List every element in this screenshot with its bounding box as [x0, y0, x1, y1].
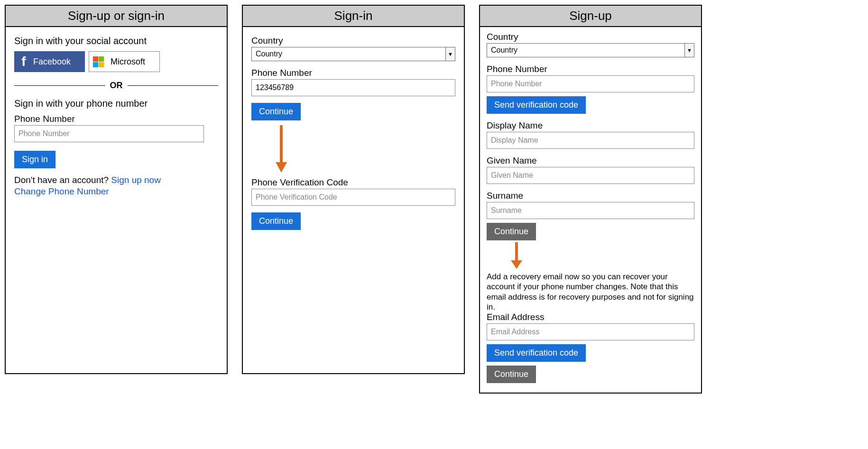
surname-label: Surname [487, 191, 694, 201]
given-name-input[interactable] [487, 167, 694, 184]
social-buttons-row: f Facebook Microsoft [14, 51, 218, 72]
separator-line [128, 85, 219, 86]
chevron-down-icon: ▼ [684, 44, 694, 57]
email-label: Email Address [487, 312, 694, 322]
phone-label: Phone Number [251, 68, 455, 78]
microsoft-icon [93, 56, 104, 67]
phone-input[interactable] [14, 125, 204, 142]
panel-signup-signin: Sign-up or sign-in Sign in with your soc… [5, 5, 228, 374]
phone-input[interactable] [487, 75, 694, 92]
panel-signin: Sign-in Country Country ▼ Phone Number C… [242, 5, 465, 374]
country-select[interactable]: Country ▼ [251, 47, 455, 61]
no-account-text: Don't have an account? [14, 175, 111, 185]
flow-arrow-icon [274, 125, 455, 173]
continue-button[interactable]: Continue [487, 223, 536, 240]
phone-input[interactable] [251, 79, 455, 96]
facebook-button[interactable]: f Facebook [14, 51, 85, 72]
panel-signup: Sign-up Country Country ▼ Phone Number S… [479, 5, 702, 394]
given-name-label: Given Name [487, 156, 694, 166]
chevron-down-icon: ▼ [445, 47, 455, 61]
panel-body: Sign in with your social account f Faceb… [6, 27, 227, 373]
display-name-label: Display Name [487, 120, 694, 131]
or-text: OR [110, 81, 123, 91]
phone-section-label: Sign in with your phone number [14, 98, 218, 109]
signin-button[interactable]: Sign in [14, 151, 55, 168]
surname-input[interactable] [487, 202, 694, 219]
svg-marker-1 [276, 162, 287, 173]
social-section-label: Sign in with your social account [14, 36, 218, 46]
facebook-label: Facebook [33, 57, 71, 67]
continue-button[interactable]: Continue [251, 103, 301, 120]
microsoft-button[interactable]: Microsoft [89, 51, 160, 72]
code-label: Phone Verification Code [251, 177, 455, 188]
country-label: Country [487, 32, 694, 42]
continue-button-2[interactable]: Continue [251, 212, 301, 230]
or-separator: OR [14, 81, 218, 91]
continue-button-2[interactable]: Continue [487, 366, 536, 383]
panel-title: Sign-up [480, 6, 701, 27]
panel-title: Sign-up or sign-in [6, 6, 227, 27]
panel-title: Sign-in [243, 6, 464, 27]
country-select-value: Country [487, 43, 694, 57]
change-phone-link[interactable]: Change Phone Number [14, 186, 218, 197]
send-verification-code-button[interactable]: Send verification code [487, 96, 586, 114]
send-verification-code-button-2[interactable]: Send verification code [487, 344, 586, 362]
recovery-email-text: Add a recovery email now so you can reco… [487, 272, 694, 312]
phone-label: Phone Number [487, 64, 694, 74]
country-select[interactable]: Country ▼ [487, 43, 694, 57]
no-account-line: Don't have an account? Sign up now [14, 175, 218, 185]
microsoft-label: Microsoft [111, 57, 145, 67]
country-select-value: Country [251, 47, 455, 61]
phone-label: Phone Number [14, 114, 218, 124]
svg-marker-3 [511, 260, 522, 269]
country-label: Country [251, 36, 455, 46]
signup-now-link[interactable]: Sign up now [111, 175, 161, 185]
facebook-icon: f [19, 54, 28, 69]
email-input[interactable] [487, 323, 694, 340]
verification-code-input[interactable] [251, 189, 455, 206]
display-name-input[interactable] [487, 132, 694, 149]
panel-body: Country Country ▼ Phone Number Send veri… [480, 27, 701, 393]
separator-line [14, 85, 105, 86]
panel-body: Country Country ▼ Phone Number Continue … [243, 27, 464, 373]
flow-arrow-icon [509, 242, 694, 269]
